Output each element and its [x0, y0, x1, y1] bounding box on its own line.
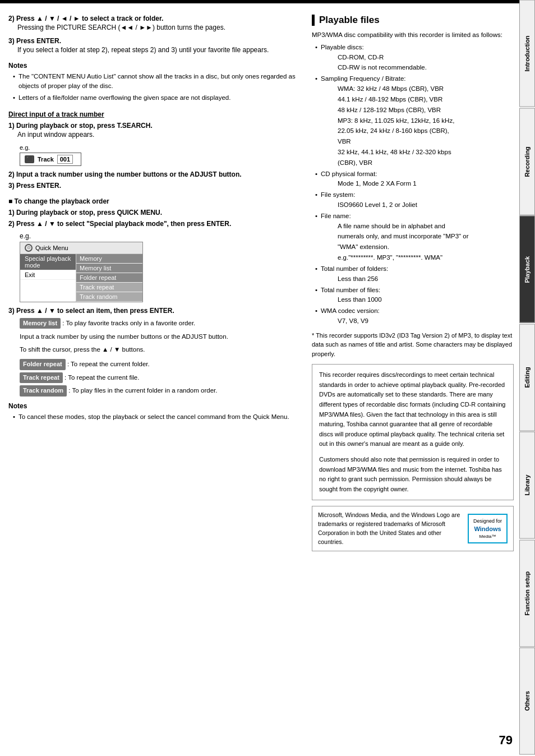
file-system-sub: ISO9660 Level 1, 2 or Joliet: [321, 200, 514, 210]
file-name-sub-4: e.g."*********. MP3", "*********. WMA": [321, 253, 514, 263]
note2-item-1: To cancel these modes, stop the playback…: [14, 412, 301, 422]
total-folders-item: Total number of folders: Less than 256: [315, 264, 514, 284]
ms-text: Microsoft, Windows Media, and the Window…: [318, 511, 462, 546]
top-border: [0, 0, 519, 2]
sidebar-item-library[interactable]: Library: [519, 432, 535, 539]
note-item-1: The "CONTENT MENU Autio List" cannot sho…: [14, 72, 301, 91]
menu-left: Special playback mode Exit: [20, 254, 76, 302]
change-step1: 1) During playback or stop, press QUICK …: [8, 209, 301, 216]
change-step2: 2) Press ▲ / ▼ to select "Special playba…: [8, 220, 301, 228]
memory-list-desc: : To play favorite tracks only in a favo…: [62, 320, 195, 326]
direct-step2: 2) Input a track number using the number…: [8, 170, 301, 178]
quick-menu-header: ⊙ Quick Menu: [20, 242, 142, 254]
playable-files-content: MP3/WMA disc compatibility with this rec…: [312, 30, 514, 551]
file-name-item: File name: A file name should be in alph…: [315, 211, 514, 263]
track-display-box: ⬛ Track 001: [20, 153, 81, 166]
direct-step1-body: An input window appears.: [17, 130, 301, 140]
menu-row: Special playback mode Exit Memory Memory…: [20, 254, 142, 302]
direct-step2-heading: 2) Input a track number using the number…: [8, 170, 301, 178]
step2-body: Pressing the PICTURE SEARCH (◄◄ / ►►) bu…: [17, 22, 301, 33]
change-step3-heading: 3) Press ▲ / ▼ to select an item, then p…: [8, 307, 301, 315]
mp3-5: (CBR), VBR: [321, 158, 514, 168]
sidebar-item-playback[interactable]: Playback: [519, 216, 535, 323]
cd-format-sub: Mode 1, Mode 2 XA Form 1: [321, 179, 514, 189]
track-repeat-row: Track repeat : To repeat the current fil…: [20, 372, 301, 384]
mp3-4: 32 kHz, 44.1 kHz, 48 kHz / 32-320 kbps: [321, 147, 514, 158]
direct-step3: 3) Press ENTER.: [8, 182, 301, 190]
menu-track-repeat[interactable]: Track repeat: [76, 283, 142, 292]
playable-files-title: Playable files: [312, 15, 514, 26]
step3-item: 3) Press ENTER. If you select a folder a…: [8, 37, 301, 55]
change-step1-heading: 1) During playback or stop, press QUICK …: [8, 209, 301, 216]
direct-step3-heading: 3) Press ENTER.: [8, 182, 301, 190]
quick-menu-box: ⊙ Quick Menu Special playback mode Exit …: [20, 242, 143, 302]
quick-menu-icon: ⊙: [25, 244, 33, 252]
direct-step1-heading: 1) During playback or stop, press T.SEAR…: [8, 122, 301, 130]
file-name-label: File name:: [321, 213, 351, 219]
cd-format-item: CD physical format: Mode 1, Mode 2 XA Fo…: [315, 169, 514, 190]
wma-3: 48 kHz / 128-192 Mbps (CBR), VBR: [321, 105, 514, 116]
file-name-sub-3: "WMA" extension.: [321, 242, 514, 252]
cursor-body: To shift the cursor, press the ▲ / ▼ but…: [20, 344, 301, 354]
menu-track-random[interactable]: Track random: [76, 292, 142, 302]
notes-list: The "CONTENT MENU Autio List" cannot sho…: [8, 72, 301, 103]
page-number: 79: [499, 733, 513, 748]
eg-label-1: e.g.: [20, 144, 301, 151]
playable-discs-label: Playable discs:: [321, 44, 364, 50]
menu-folder-repeat[interactable]: Folder repeat: [76, 273, 142, 283]
playable-list: Playable discs: CD-ROM, CD-R CD-RW is no…: [312, 43, 514, 326]
file-system-item: File system: ISO9660 Level 1, 2 or Jolie…: [315, 190, 514, 210]
track-random-desc: : To play files in the current folder in…: [68, 387, 217, 394]
track-repeat-desc: : To repeat the current file.: [64, 374, 139, 381]
playable-discs-item: Playable discs: CD-ROM, CD-R CD-RW is no…: [315, 43, 514, 73]
step2-heading: 2) Press ▲ / ▼ / ◄ / ► to select a track…: [8, 15, 301, 22]
notes-section: Notes The "CONTENT MENU Autio List" cann…: [8, 62, 301, 103]
file-name-sub-2: numerals only, and must incorporate "MP3…: [321, 232, 514, 242]
file-system-label: File system:: [321, 191, 355, 198]
folder-repeat-badge: Folder repeat: [20, 359, 66, 370]
asterisk-note: * This recorder supports ID3v2 (ID3 Tag …: [312, 331, 514, 359]
total-folders-sub: Less than 256: [321, 274, 514, 284]
track-random-badge: Track random: [20, 385, 67, 397]
sidebar-item-introduction[interactable]: Introduction: [519, 0, 535, 107]
menu-memory-list[interactable]: Memory list: [76, 264, 142, 273]
notes2-list: To cancel these modes, stop the playback…: [8, 412, 301, 422]
change-step2-heading: 2) Press ▲ / ▼ to select "Special playba…: [8, 220, 301, 228]
ms-windows-label: Windows: [474, 525, 501, 532]
ms-designed-for: Designed for: [473, 518, 502, 525]
change-order-heading: ■ To change the playback order: [8, 197, 301, 205]
sidebar-item-function-setup[interactable]: Function setup: [519, 540, 535, 647]
track-display-example: e.g. ⬛ Track 001: [20, 144, 301, 166]
right-column: Playable files MP3/WMA disc compatibilit…: [312, 15, 514, 551]
menu-special-playback[interactable]: Special playback mode: [20, 254, 76, 270]
mp3-1: MP3: 8 kHz, 11.025 kHz, 12kHz, 16 kHz,: [321, 116, 514, 126]
track-repeat-badge: Track repeat: [20, 372, 63, 384]
total-files-sub: Less than 1000: [321, 295, 514, 305]
direct-input-section: Direct input of a track number 1) During…: [8, 110, 301, 190]
note-item-2: Letters of a file/folder name overflowin…: [14, 93, 301, 103]
direct-input-heading: Direct input of a track number: [8, 110, 301, 118]
search-icon: ⬛: [25, 155, 34, 163]
menu-exit[interactable]: Exit: [20, 270, 76, 280]
side-tabs: Introduction Recording Playback Editing …: [519, 0, 535, 756]
notes-title: Notes: [8, 62, 301, 70]
disc-sub-1: CD-ROM, CD-R: [321, 53, 514, 63]
notes2-section: Notes To cancel these modes, stop the pl…: [8, 402, 301, 422]
quick-menu-example: e.g. ⊙ Quick Menu Special playback mode …: [20, 232, 301, 302]
folder-repeat-row: Folder repeat : To repeat the current fo…: [20, 359, 301, 370]
wma-codec-sub: V7, V8, V9: [321, 316, 514, 326]
sidebar-item-recording[interactable]: Recording: [519, 108, 535, 215]
quick-menu-title: Quick Menu: [35, 245, 68, 251]
menu-memory[interactable]: Memory: [76, 254, 142, 264]
wma-2: 44.1 kHz / 48-192 Mbps (CBR), VBR: [321, 95, 514, 105]
sidebar-item-others[interactable]: Others: [519, 648, 535, 755]
total-folders-label: Total number of folders:: [321, 265, 388, 272]
track-random-row: Track random : To play files in the curr…: [20, 385, 301, 397]
sidebar-item-editing[interactable]: Editing: [519, 324, 535, 431]
wma-1: WMA: 32 kHz / 48 Mbps (CBR), VBR: [321, 84, 514, 94]
info-box: This recorder requires discs/recordings …: [312, 364, 514, 500]
eg-label-2: e.g.: [20, 232, 301, 240]
ms-logo-box: Designed for Windows Media™: [468, 514, 508, 543]
cd-format-label: CD physical format:: [321, 170, 377, 177]
change-order-section: ■ To change the playback order 1) During…: [8, 197, 301, 422]
